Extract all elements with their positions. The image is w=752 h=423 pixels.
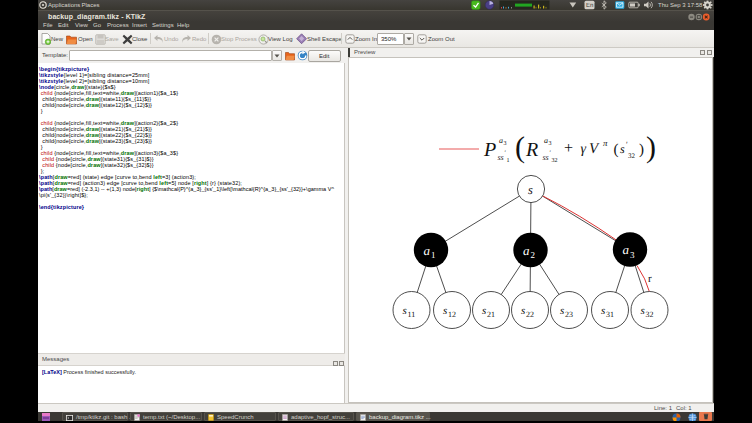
svg-text:π: π [603,138,608,148]
svg-text:En: En [586,2,593,9]
svg-text:3: 3 [630,250,635,260]
svg-text:22: 22 [526,310,534,319]
svg-text:R: R [525,139,538,161]
svg-text:s: s [521,305,525,317]
svg-text:): ) [646,131,656,164]
svg-text:a: a [623,242,630,257]
svg-text:s: s [528,183,533,197]
svg-text:21: 21 [487,310,495,319]
svg-text:a: a [499,136,503,145]
svg-text:(: ( [614,142,619,158]
svg-text:s: s [482,305,486,317]
svg-text:1: 1 [507,158,510,164]
svg-text:s: s [620,142,625,156]
svg-text:2: 2 [531,250,536,260]
svg-text:a: a [544,136,548,145]
svg-text:12: 12 [448,310,456,319]
svg-text:s: s [560,305,564,317]
svg-text:ss: ss [498,153,504,162]
svg-text:1: 1 [431,250,436,260]
svg-text:3: 3 [549,141,552,147]
svg-text:32: 32 [628,152,636,160]
svg-text:23: 23 [565,310,573,319]
svg-text:11: 11 [408,310,416,319]
svg-text:32: 32 [552,158,558,164]
svg-text:s: s [601,305,605,317]
svg-text:32: 32 [646,310,654,319]
svg-text:31: 31 [606,310,614,319]
svg-text:′: ′ [550,149,552,157]
svg-text:(: ( [515,131,525,164]
svg-text:ss: ss [543,153,549,162]
svg-text:a: a [424,243,431,258]
svg-text:+: + [564,140,573,157]
svg-text:r: r [648,273,652,285]
svg-text:s: s [641,305,645,317]
svg-text:3: 3 [504,141,507,147]
svg-text:): ) [639,142,644,158]
svg-text:s: s [443,305,447,317]
svg-text:′: ′ [626,140,628,149]
svg-text:V: V [589,141,600,157]
svg-text:′: ′ [505,149,507,157]
svg-text:a: a [523,243,530,258]
svg-text:P: P [483,139,496,161]
svg-text:s: s [403,305,407,317]
svg-text:γ: γ [581,142,587,157]
